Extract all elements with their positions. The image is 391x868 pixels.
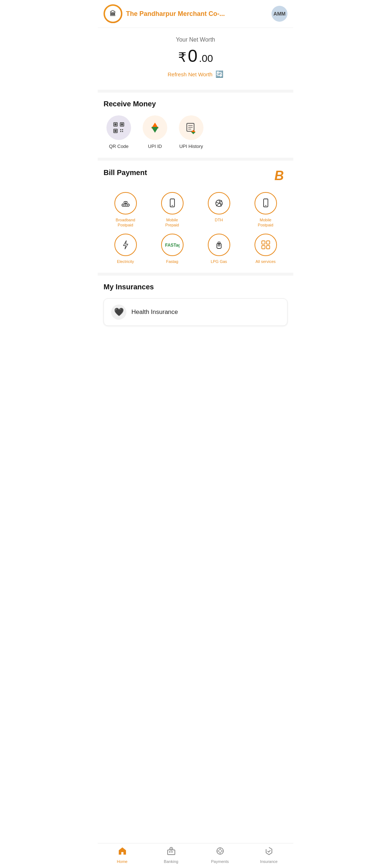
- svg-rect-3: [121, 123, 123, 125]
- svg-point-22: [127, 205, 127, 205]
- fastag-label: Fastag: [166, 259, 178, 264]
- mobile-postpaid-icon-circle: [255, 192, 277, 214]
- all-services-label: All services: [256, 259, 276, 264]
- bill-item-broadband-postpaid[interactable]: BroadbandPostpaid: [104, 192, 147, 228]
- all-services-icon-circle: [255, 234, 277, 256]
- refresh-label: Refresh Net Worth: [168, 71, 213, 77]
- qr-code-icon: [112, 121, 125, 134]
- logo-icon: 🏛: [105, 6, 121, 22]
- mobile-prepaid-label: MobilePrepaid: [165, 217, 179, 228]
- upi-id-icon-circle: [143, 115, 167, 140]
- bill-payment-header: Bill Payment B: [104, 168, 287, 185]
- broadband-postpaid-icon-circle: [114, 192, 137, 214]
- bill-payment-section: Bill Payment B: [98, 161, 293, 273]
- bill-payment-title: Bill Payment: [104, 169, 147, 177]
- upi-history-icon: [185, 121, 198, 134]
- svg-rect-38: [262, 246, 265, 249]
- user-avatar[interactable]: AMM: [272, 6, 287, 22]
- svg-rect-7: [122, 129, 123, 130]
- receive-item-upi-id[interactable]: UPI ID: [143, 115, 167, 149]
- svg-rect-37: [266, 241, 270, 244]
- bbps-logo-icon: B: [273, 168, 287, 182]
- header-brand: 🏛 The Pandharpur Merchant Co-...: [104, 4, 225, 23]
- all-services-icon: [260, 239, 272, 251]
- bill-item-dth[interactable]: DTH: [197, 192, 241, 228]
- receive-money-title: Receive Money: [104, 100, 287, 108]
- svg-marker-17: [191, 132, 196, 134]
- qr-code-label: QR Code: [109, 144, 129, 149]
- health-insurance-label: Health Insurance: [131, 309, 178, 316]
- refresh-net-worth-button[interactable]: Refresh Net Worth 🔄: [168, 70, 223, 78]
- svg-point-20: [123, 205, 124, 205]
- health-insurance-card[interactable]: 🖤 Health Insurance: [104, 298, 287, 326]
- fastag-icon: FASTag: [165, 241, 180, 248]
- bbps-logo: B: [273, 168, 287, 185]
- amount-integer: 0: [188, 46, 198, 66]
- section-divider-1: [98, 90, 293, 93]
- lpg-gas-label: LPG Gas: [211, 259, 227, 264]
- bill-item-electricity[interactable]: Electricity: [104, 234, 147, 264]
- refresh-icon: 🔄: [215, 70, 223, 78]
- electricity-label: Electricity: [117, 259, 134, 264]
- net-worth-label: Your Net Worth: [104, 37, 287, 43]
- net-worth-section: Your Net Worth ₹ 0 .00 Refresh Net Worth…: [98, 28, 293, 90]
- upi-icon: [148, 121, 161, 134]
- health-insurance-icon: 🖤: [111, 305, 126, 320]
- receive-item-upi-history[interactable]: UPI History: [179, 115, 203, 149]
- svg-marker-11: [151, 127, 159, 133]
- fastag-icon-circle: FASTag: [161, 234, 184, 256]
- bill-item-lpg-gas[interactable]: LPG Gas: [197, 234, 241, 264]
- svg-rect-39: [266, 246, 270, 249]
- mobile-prepaid-icon-circle: [161, 192, 184, 214]
- app-header: 🏛 The Pandharpur Merchant Co-... AMM: [98, 0, 293, 28]
- svg-text:B: B: [274, 168, 284, 182]
- receive-money-section: Receive Money: [98, 93, 293, 158]
- upi-history-label: UPI History: [179, 144, 203, 149]
- mobile-postpaid-label: MobilePostpaid: [258, 217, 273, 228]
- bill-items-grid: BroadbandPostpaid MobilePrepaid: [104, 192, 287, 264]
- svg-rect-1: [114, 123, 117, 125]
- upi-history-icon-circle: [179, 115, 203, 140]
- lpg-gas-icon-circle: [208, 234, 230, 256]
- svg-marker-31: [123, 241, 128, 249]
- svg-point-21: [125, 205, 126, 205]
- svg-rect-36: [262, 241, 265, 244]
- currency-symbol: ₹: [178, 50, 186, 65]
- bill-item-all-services[interactable]: All services: [244, 234, 287, 264]
- dth-icon: [213, 197, 225, 209]
- svg-text:FASTag: FASTag: [165, 243, 180, 248]
- dth-icon-circle: [208, 192, 230, 214]
- mobile-prepaid-icon: [167, 197, 178, 209]
- section-divider-2: [98, 158, 293, 161]
- amount-decimal: .00: [199, 53, 213, 64]
- bill-item-fastag[interactable]: FASTag Fastag: [150, 234, 194, 264]
- lpg-gas-icon: [213, 239, 225, 251]
- dth-label: DTH: [215, 217, 223, 222]
- svg-rect-6: [120, 129, 121, 130]
- svg-rect-9: [122, 131, 123, 132]
- svg-point-35: [218, 244, 220, 246]
- heart-icon: 🖤: [114, 307, 124, 317]
- svg-rect-34: [218, 242, 220, 244]
- svg-rect-5: [114, 130, 117, 132]
- insurance-section-title: My Insurances: [104, 283, 287, 291]
- net-worth-amount: ₹ 0 .00: [104, 46, 287, 66]
- insurance-section: My Insurances 🖤 Health Insurance: [98, 276, 293, 335]
- broadband-postpaid-label: BroadbandPostpaid: [116, 217, 135, 228]
- bill-item-mobile-postpaid[interactable]: MobilePostpaid: [244, 192, 287, 228]
- electricity-icon-circle: [114, 234, 137, 256]
- upi-id-label: UPI ID: [148, 144, 162, 149]
- section-divider-3: [98, 273, 293, 276]
- receive-items-list: QR Code UPI ID: [104, 115, 287, 149]
- app-title: The Pandharpur Merchant Co-...: [126, 10, 225, 18]
- broadband-postpaid-icon: [120, 197, 131, 209]
- svg-rect-8: [120, 131, 121, 132]
- electricity-icon: [120, 239, 131, 251]
- bill-item-mobile-prepaid[interactable]: MobilePrepaid: [150, 192, 194, 228]
- receive-item-qr-code[interactable]: QR Code: [106, 115, 131, 149]
- qr-code-icon-circle: [106, 115, 131, 140]
- logo-circle: 🏛: [104, 4, 122, 23]
- mobile-postpaid-icon: [260, 197, 272, 209]
